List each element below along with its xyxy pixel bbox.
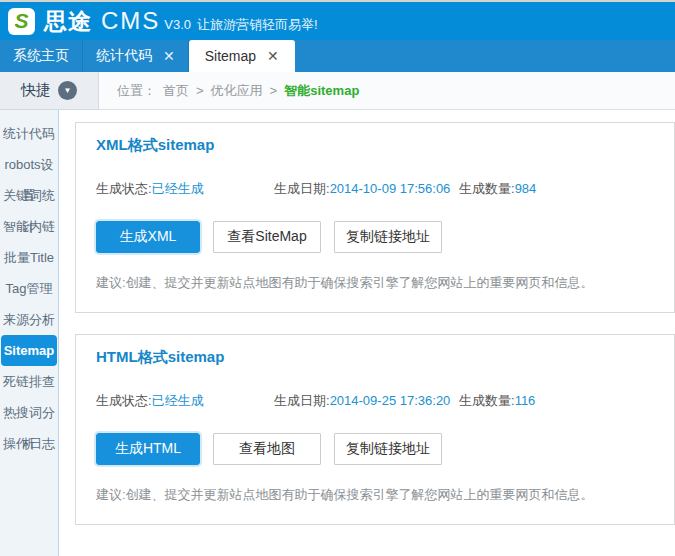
main-panel: XML格式sitemap 生成状态:已经生成 生成日期:2014-10-09 1… xyxy=(59,110,675,556)
date-label: 生成日期: xyxy=(274,393,330,408)
product-tagline: 让旅游营销轻而易举! xyxy=(197,16,318,34)
brand-logo-icon: S xyxy=(8,8,35,35)
card-title: XML格式sitemap xyxy=(96,136,654,155)
tab-sitemap-label: Sitemap xyxy=(205,48,256,64)
view-sitemap-button[interactable]: 查看SiteMap xyxy=(213,221,321,253)
sidebar-item-batch-title[interactable]: 批量Title xyxy=(0,242,58,273)
quick-menu-label: 快捷 xyxy=(21,81,51,100)
tab-home[interactable]: 系统主页 xyxy=(0,40,83,72)
app-header: S 思途 CMS V3.0 让旅游营销轻而易举! xyxy=(0,2,675,40)
sub-bar: 快捷 ▼ 位置： 首页 > 优化应用 > 智能sitemap xyxy=(0,72,675,110)
status-value: 已经生成 xyxy=(152,393,204,408)
generate-xml-button[interactable]: 生成XML xyxy=(96,221,200,253)
chevron-down-icon: ▼ xyxy=(58,81,77,100)
count-label: 生成数量: xyxy=(459,393,515,408)
sidebar-item-internal-links[interactable]: 智能内链 xyxy=(0,211,58,242)
date-value: 2014-09-25 17:36:20 xyxy=(330,393,451,408)
sidebar-item-dead-links[interactable]: 死链排查 xyxy=(0,366,58,397)
button-row: 生成XML 查看SiteMap 复制链接地址 xyxy=(96,221,654,253)
count-value: 984 xyxy=(515,181,537,196)
close-icon[interactable]: ✕ xyxy=(163,49,175,63)
tab-sitemap[interactable]: Sitemap ✕ xyxy=(189,40,295,72)
breadcrumb-separator: > xyxy=(196,83,204,98)
status-row: 生成状态:已经生成 生成日期:2014-10-09 17:56:06 生成数量:… xyxy=(96,180,654,198)
status-value: 已经生成 xyxy=(152,181,204,196)
status-row: 生成状态:已经生成 生成日期:2014-09-25 17:36:20 生成数量:… xyxy=(96,392,654,410)
sidebar-item-hot-search[interactable]: 热搜词分析 xyxy=(0,397,58,428)
product-version: V3.0 xyxy=(164,17,191,32)
breadcrumb-prefix: 位置： xyxy=(117,82,156,100)
sidebar-item-operation-log[interactable]: 操作日志 xyxy=(0,428,58,459)
date-label: 生成日期: xyxy=(274,181,330,196)
copy-link-button[interactable]: 复制链接地址 xyxy=(334,433,442,465)
card-tip: 建议:创建、提交并更新站点地图有助于确保搜索引擎了解您网站上的重要网页和信息。 xyxy=(96,486,654,504)
breadcrumb-separator: > xyxy=(270,83,278,98)
copy-link-button[interactable]: 复制链接地址 xyxy=(334,221,442,253)
view-map-button[interactable]: 查看地图 xyxy=(213,433,321,465)
card-title: HTML格式sitemap xyxy=(96,348,654,367)
tab-stats-code-label: 统计代码 xyxy=(96,47,152,65)
status-label: 生成状态: xyxy=(96,393,152,408)
count-value: 116 xyxy=(515,393,536,408)
count-label: 生成数量: xyxy=(459,181,515,196)
sidebar-item-tag-manage[interactable]: Tag管理 xyxy=(0,273,58,304)
generate-html-button[interactable]: 生成HTML xyxy=(96,433,200,465)
breadcrumb-current: 智能sitemap xyxy=(284,82,359,100)
sidebar-item-keyword-stats[interactable]: 关键词统计 xyxy=(0,180,58,211)
sidebar-item-sitemap[interactable]: Sitemap xyxy=(1,335,57,366)
sidebar-item-robots[interactable]: robots设置 xyxy=(0,149,58,180)
button-row: 生成HTML 查看地图 复制链接地址 xyxy=(96,433,654,465)
brand-name: 思途 xyxy=(44,6,92,37)
date-value: 2014-10-09 17:56:06 xyxy=(330,181,451,196)
tab-home-label: 系统主页 xyxy=(13,47,69,65)
quick-menu-toggle[interactable]: 快捷 ▼ xyxy=(0,72,99,110)
breadcrumb: 位置： 首页 > 优化应用 > 智能sitemap xyxy=(99,72,675,110)
close-icon[interactable]: ✕ xyxy=(267,49,279,63)
product-name: CMS xyxy=(101,7,160,35)
status-label: 生成状态: xyxy=(96,181,152,196)
card-tip: 建议:创建、提交并更新站点地图有助于确保搜索引擎了解您网站上的重要网页和信息。 xyxy=(96,274,654,292)
sidebar: 统计代码 robots设置 关键词统计 智能内链 批量Title Tag管理 来… xyxy=(0,110,59,556)
sidebar-item-stats-code[interactable]: 统计代码 xyxy=(0,118,58,149)
breadcrumb-section-link[interactable]: 优化应用 xyxy=(211,82,263,100)
xml-sitemap-card: XML格式sitemap 生成状态:已经生成 生成日期:2014-10-09 1… xyxy=(75,122,675,313)
breadcrumb-home-link[interactable]: 首页 xyxy=(163,82,189,100)
sidebar-item-source-analysis[interactable]: 来源分析 xyxy=(0,304,58,335)
content: 统计代码 robots设置 关键词统计 智能内链 批量Title Tag管理 来… xyxy=(0,110,675,556)
html-sitemap-card: HTML格式sitemap 生成状态:已经生成 生成日期:2014-09-25 … xyxy=(75,334,675,525)
tab-bar: 系统主页 统计代码 ✕ Sitemap ✕ xyxy=(0,40,675,72)
tab-stats-code[interactable]: 统计代码 ✕ xyxy=(83,40,189,72)
